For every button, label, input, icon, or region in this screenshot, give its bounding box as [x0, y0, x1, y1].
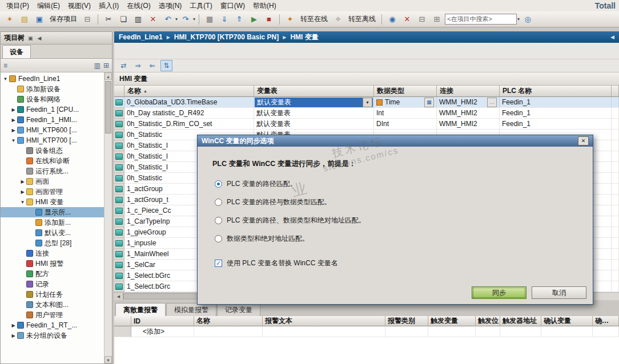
tree-item-online-diagnostics[interactable]: 在线和诊断 [1, 156, 104, 166]
detail-view-icon[interactable]: ⊞ [103, 62, 109, 70]
column-header-alarm-class[interactable]: 报警类别 [385, 316, 428, 326]
save-project-button[interactable]: 保存项目 [47, 14, 79, 24]
tree-item-runtime-settings[interactable]: 运行系统... [1, 166, 104, 176]
tree-item-feedin1-hmi[interactable]: ▶Feedin_1_HMI... [1, 115, 104, 125]
tree-caret[interactable]: ▶ [19, 189, 26, 195]
alarm-add-row[interactable]: <添加> [114, 326, 619, 337]
checkbox-checked-icon[interactable]: ✓ [215, 260, 222, 267]
menu-tools[interactable]: 工具(T) [186, 0, 216, 12]
tree-item-screen-management[interactable]: ▶画面管理 [1, 187, 104, 197]
download-to-device-icon[interactable]: ⇓ [218, 13, 231, 26]
tree-item-project-root[interactable]: ▼FeedIn_Line1 [1, 74, 104, 84]
tree-caret[interactable]: ▼ [10, 138, 17, 143]
tree-caret[interactable]: ▶ [10, 128, 17, 133]
table-row[interactable]: 0_GlobaData_UD3.TimeBase 默认变量表▼ Time▦ WM… [114, 97, 619, 108]
tree-item-add-new-device[interactable]: 添加新设备 [1, 84, 104, 94]
radio-icon[interactable] [215, 235, 222, 242]
print-icon[interactable]: ⊟ [81, 13, 94, 26]
search-icon[interactable]: ◎ [521, 13, 534, 26]
tree-item-connections[interactable]: 连接 [1, 248, 104, 258]
scroll-left-icon[interactable]: ◀ [114, 293, 123, 300]
column-header-id[interactable]: ID [131, 316, 194, 326]
tree-item-scheduled-tasks[interactable]: 计划任务 [1, 289, 104, 300]
menu-insert[interactable]: 插入(I) [95, 0, 123, 12]
tree-caret[interactable]: ▶ [10, 118, 17, 123]
split-editor-vertical-icon[interactable]: ⊞ [430, 13, 444, 26]
menu-view[interactable]: 视图(V) [64, 0, 95, 12]
project-search-input[interactable] [445, 14, 517, 25]
tab-logging-tags[interactable]: 记录变量 [217, 303, 260, 316]
upload-from-device-icon[interactable]: ⇑ [232, 13, 246, 26]
tree-caret[interactable]: ▶ [10, 333, 17, 338]
edit-tags-icon[interactable]: ⇄ [118, 60, 130, 71]
tree-item-plc-feedin1[interactable]: ▶Feedin_1 [CPU... [1, 104, 104, 115]
tree-toggle-icon[interactable]: ≡ [3, 62, 7, 70]
close-icon[interactable]: ✕ [578, 136, 589, 145]
checkbox-replace-wincc-names[interactable]: ✓ 使用 PLC 变量名替换 WinCC 变量名 [215, 258, 593, 268]
go-offline-icon[interactable]: ✧ [331, 13, 345, 26]
menu-online[interactable]: 在线(O) [123, 0, 154, 12]
scroll-down-icon[interactable]: ▼ [104, 356, 112, 363]
datatype-select-button[interactable]: ▦ [424, 98, 434, 107]
tree-caret[interactable]: ▼ [2, 76, 9, 82]
tree-item-feedin1-rt[interactable]: ▶Feedin_1_RT_... [1, 320, 104, 330]
menu-options[interactable]: 选项(N) [155, 0, 186, 12]
tree-item-hmi-alarms[interactable]: HMI 报警 [1, 258, 104, 269]
start-simulation-icon[interactable]: ▶ [247, 13, 261, 26]
column-header-ack-partial[interactable]: 确… [593, 316, 619, 326]
menu-help[interactable]: 帮助(H) [249, 0, 280, 12]
breadcrumb-hmi-tags[interactable]: HMI 变量 [290, 33, 318, 42]
column-header-connection[interactable]: 连接 [437, 86, 500, 97]
tree-item-screens-folder[interactable]: ▶画面 [1, 176, 104, 187]
radio-icon[interactable] [215, 217, 222, 224]
menu-project[interactable]: 项目(P) [2, 0, 33, 12]
tab-discrete-alarms[interactable]: 离散量报警 [115, 303, 166, 316]
tree-item-recipes[interactable]: 配方 [1, 269, 104, 279]
column-header-alarm-text[interactable]: 报警文本 [263, 316, 385, 326]
panel-collapse-icon[interactable]: ◀ [37, 35, 43, 41]
tree-item-logs[interactable]: 记录 [1, 279, 104, 289]
redo-icon[interactable]: ↷ [179, 13, 192, 26]
tree-item-hmi-ktp700[interactable]: ▼HMI_KTP700 [... [1, 135, 104, 145]
tree-item-hmi-tags-folder[interactable]: ▼HMI 变量 [1, 197, 104, 207]
radio-icon[interactable] [215, 199, 222, 206]
tab-devices[interactable]: 设备 [2, 45, 31, 58]
tree-caret[interactable]: ▶ [19, 179, 26, 184]
menu-edit[interactable]: 编辑(E) [33, 0, 64, 12]
dialog-titlebar[interactable]: WinCC 变量的同步选项 ✕ [198, 135, 593, 147]
tree-item-device-config[interactable]: 设备组态 [1, 145, 104, 156]
column-header-trigger-bit[interactable]: 触发位 [476, 316, 500, 326]
tree-caret[interactable]: ▼ [19, 200, 26, 205]
radio-path-match[interactable]: PLC 变量的路径匹配。 [215, 179, 593, 189]
tab-analog-alarms[interactable]: 模拟量报警 [166, 303, 216, 316]
search-dropdown-icon[interactable]: ▾ [517, 17, 520, 22]
export-tags-icon[interactable]: ⇒ [132, 60, 144, 71]
paste-icon[interactable]: ▥ [131, 13, 145, 26]
tree-item-text-graphics-lists[interactable]: 文本和图... [1, 300, 104, 310]
radio-path-datatype-address-match[interactable]: PLC 变量的路径、数据类型和绝对地址匹配。 [215, 216, 593, 225]
online-diagnostics-icon[interactable]: ◉ [385, 13, 399, 26]
split-editor-horizontal-icon[interactable]: ⊟ [415, 13, 429, 26]
tree-item-default-tag-table[interactable]: 默认变... [1, 228, 104, 238]
tree-item-user-administration[interactable]: 用户管理 [1, 310, 104, 320]
breadcrumb-device[interactable]: HMI_KTP700 [KTP700 Basic PN] [174, 33, 279, 41]
import-tags-icon[interactable]: ⇐ [146, 60, 158, 71]
table-row[interactable]: 0h_Statistic_D.Rim_CO_set 默认变量表 DInt WMM… [114, 119, 619, 130]
go-online-icon[interactable]: ✦ [283, 13, 297, 26]
chevron-down-icon[interactable]: ▼ [363, 98, 372, 107]
tree-item-devices-networks[interactable]: 设备和网络 [1, 94, 104, 104]
cross-reference-icon[interactable]: ✕ [400, 13, 414, 26]
menu-window[interactable]: 窗口(W) [216, 0, 249, 12]
column-header-name[interactable]: 名称▲ [124, 86, 254, 97]
tree-item-tag-table-zongxing[interactable]: 总型 [28] [1, 238, 104, 248]
tree-item-hmi-ktp600[interactable]: ▶HMI_KTP600 [... [1, 125, 104, 135]
undo-dropdown-icon[interactable]: ▾ [175, 17, 178, 22]
table-row[interactable]: 0h_Day statistic_D_R492 默认变量表 Int WMM_HM… [114, 108, 619, 119]
column-header-ack-tag[interactable]: 确认变量 [541, 316, 593, 326]
connection-browse-button[interactable]: … [487, 98, 497, 107]
sync-button[interactable]: 同步 [472, 286, 526, 299]
go-online-button[interactable]: 转至在线 [298, 14, 330, 24]
column-header-plc-name[interactable]: PLC 名称 [500, 86, 612, 97]
add-alarm-cell[interactable]: <添加> [131, 326, 194, 337]
scroll-up-icon[interactable]: ▲ [104, 72, 112, 80]
